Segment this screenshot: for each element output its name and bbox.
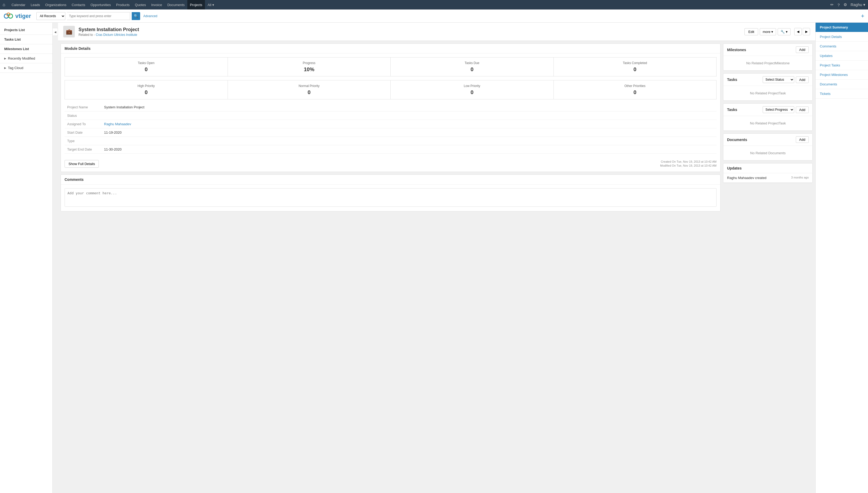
logo[interactable]: vtiger [4, 11, 31, 21]
user-menu[interactable]: Raghu ▾ [851, 2, 865, 7]
module-details-body: Tasks Open 0 Progress 10% Tasks Due 0 [61, 53, 720, 172]
recently-modified-arrow-icon: ▶ [4, 57, 6, 60]
nav-all[interactable]: All ▾ [205, 0, 217, 9]
details-table: Project Name System Installation Project… [65, 103, 716, 154]
tasks-status-card: Tasks Select Status Add No Related Proje… [723, 73, 813, 101]
nav-products[interactable]: Products [114, 0, 132, 9]
documents-title: Documents [727, 137, 747, 142]
comments-card: Comments [61, 174, 721, 211]
tasks-status-title: Tasks [727, 78, 737, 82]
right-sidebar-item-summary[interactable]: Project Summary [816, 23, 868, 32]
stat-tasks-due: Tasks Due 0 [391, 58, 553, 76]
stat-tasks-completed: Tasks Completed 0 [554, 58, 716, 76]
settings-icon[interactable]: ⚙ [844, 2, 847, 7]
left-sidebar: Projects List Tasks List Milestones List… [0, 23, 53, 493]
tasks-status-select[interactable]: Select Status [762, 76, 794, 83]
page-header: 💼 System Installation Project Related to… [58, 23, 815, 41]
nav-invoice[interactable]: Invoice [149, 0, 165, 9]
more-button[interactable]: more ▾ [760, 28, 776, 35]
right-sidebar-item-tickets[interactable]: Tickets [816, 89, 868, 99]
prev-record-button[interactable]: ◀ [794, 28, 802, 35]
documents-section-header: Documents Add [723, 134, 813, 146]
tasks-status-add-button[interactable]: Add [796, 77, 809, 83]
module-details-header: Module Details [61, 44, 720, 53]
search-section: All Records 🔍 Advanced [36, 12, 861, 20]
nav-quotes[interactable]: Quotes [132, 0, 149, 9]
sidebar-item-projects-list[interactable]: Projects List [0, 25, 52, 35]
sub-header: vtiger All Records 🔍 Advanced + [0, 9, 868, 23]
nav-documents[interactable]: Documents [165, 0, 187, 9]
page-header-actions: Edit more ▾ 🔧 ▾ ◀ ▶ [745, 28, 810, 35]
content-area: 💼 System Installation Project Related to… [53, 23, 815, 493]
tasks-status-empty: No Related ProjectTask [723, 86, 813, 101]
right-sidebar-item-documents[interactable]: Documents [816, 80, 868, 89]
assigned-to-link[interactable]: Raghu Mahaadev [104, 122, 131, 126]
right-sidebar: Project Summary Project Details Comments… [815, 23, 868, 493]
project-icon: 💼 [63, 26, 75, 38]
tasks-progress-title: Tasks [727, 108, 737, 112]
stat-progress: Progress 10% [228, 58, 391, 76]
table-row: Type [65, 137, 716, 145]
collapse-sidebar-button[interactable]: ◀ [53, 28, 58, 36]
right-sidebar-item-milestones[interactable]: Project Milestones [816, 70, 868, 80]
nav-calendar[interactable]: Calendar [9, 0, 28, 9]
help-icon[interactable]: ? [838, 3, 840, 7]
milestones-empty: No Related ProjectMilestone [723, 56, 813, 70]
show-full-details-button[interactable]: Show Full Details [65, 160, 99, 168]
edit-pencil-icon[interactable]: ✏ [830, 2, 834, 7]
search-button[interactable]: 🔍 [132, 12, 140, 20]
tasks-status-filter: Select Status Add [762, 76, 809, 83]
timestamps: Created On Tue, Nov 19, 2013 at 10:42 AM… [660, 160, 716, 168]
stat-tasks-open: Tasks Open 0 [65, 58, 228, 76]
next-record-button[interactable]: ▶ [803, 28, 810, 35]
stat-other-priorities: Other Priorities 0 [554, 80, 716, 99]
update-text: Raghu Mahaadev created [727, 176, 767, 180]
tasks-progress-card: Tasks Select Progress Add No Related Pro… [723, 103, 813, 131]
project-title: System Installation Project [78, 27, 745, 33]
record-nav-arrows: ◀ ▶ [794, 28, 810, 35]
sidebar-item-recently-modified[interactable]: ▶ Recently Modified [0, 54, 52, 63]
search-input[interactable] [67, 12, 130, 20]
tasks-progress-section-header: Tasks Select Progress Add [723, 104, 813, 116]
home-icon[interactable]: ⌂ [3, 2, 5, 7]
table-row: Start Date 11-19-2020 [65, 128, 716, 137]
stats-grid-priorities: High Priority 0 Normal Priority 0 Low Pr… [65, 80, 716, 100]
nav-opportunities[interactable]: Opportunities [88, 0, 113, 9]
table-row: Project Name System Installation Project [65, 103, 716, 111]
nav-contacts[interactable]: Contacts [69, 0, 88, 9]
nav-leads[interactable]: Leads [28, 0, 42, 9]
tasks-progress-empty: No Related ProjectTask [723, 116, 813, 130]
update-item: Raghu Mahaadev created 3 months ago [723, 173, 813, 183]
table-row: Target End Date 11-30-2020 [65, 145, 716, 154]
top-navigation: ⌂ Calendar Leads Organizations Contacts … [0, 0, 868, 9]
right-sidebar-item-tasks[interactable]: Project Tasks [816, 61, 868, 70]
milestones-add-button[interactable]: Add [796, 46, 809, 53]
page-header-related: Related to - Cras Dictum Ultricies Insti… [78, 33, 745, 37]
sidebar-item-tag-cloud[interactable]: ▶ Tag Cloud [0, 63, 52, 73]
right-sidebar-item-details[interactable]: Project Details [816, 32, 868, 42]
add-record-button[interactable]: + [861, 13, 864, 20]
left-column: Module Details Tasks Open 0 Progress 10% [61, 43, 721, 214]
comment-input[interactable] [65, 188, 716, 207]
edit-button[interactable]: Edit [745, 28, 758, 35]
tasks-progress-select[interactable]: Select Progress [762, 106, 794, 113]
related-link[interactable]: Cras Dictum Ultricies Institute [96, 33, 137, 37]
nav-organizations[interactable]: Organizations [43, 0, 69, 9]
nav-projects[interactable]: Projects [187, 0, 205, 9]
right-sidebar-item-comments[interactable]: Comments [816, 42, 868, 51]
updates-header: Updates [723, 164, 813, 173]
milestones-section-header: Milestones Add [723, 44, 813, 56]
table-row: Status [65, 111, 716, 120]
wrench-button[interactable]: 🔧 ▾ [778, 28, 791, 35]
right-column: Milestones Add No Related ProjectMilesto… [723, 43, 813, 214]
documents-add-button[interactable]: Add [796, 136, 809, 143]
page-header-info: System Installation Project Related to -… [78, 27, 745, 37]
right-sidebar-item-updates[interactable]: Updates [816, 51, 868, 61]
sidebar-item-milestones-list[interactable]: Milestones List [0, 44, 52, 54]
tasks-progress-add-button[interactable]: Add [796, 107, 809, 113]
sidebar-item-tasks-list[interactable]: Tasks List [0, 35, 52, 44]
search-category-select[interactable]: All Records [36, 12, 65, 20]
modified-on: Modified On Tue, Nov 19, 2013 at 10:42 A… [660, 164, 716, 167]
two-column-layout: Module Details Tasks Open 0 Progress 10% [58, 43, 815, 217]
advanced-search-link[interactable]: Advanced [143, 14, 157, 18]
